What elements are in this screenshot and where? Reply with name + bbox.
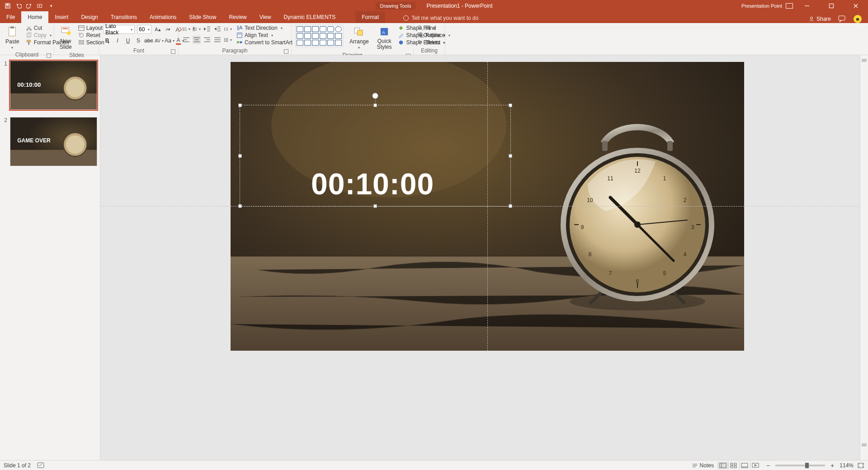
shape-roundrect-icon[interactable] <box>327 26 334 32</box>
zoom-slider-thumb[interactable] <box>805 463 809 468</box>
quick-styles-button[interactable]: A Quick Styles <box>375 25 394 51</box>
line-spacing-button[interactable] <box>224 25 232 33</box>
bullets-button[interactable] <box>182 25 190 33</box>
shape-line-icon[interactable] <box>297 26 303 32</box>
increase-font-icon[interactable]: A▴ <box>154 25 162 33</box>
slideshow-view-button[interactable] <box>750 462 761 469</box>
zoom-in-button[interactable]: + <box>829 462 836 469</box>
decrease-font-icon[interactable]: A▾ <box>164 25 172 33</box>
resize-handle-nw[interactable] <box>238 103 242 107</box>
columns-button[interactable] <box>224 36 232 44</box>
slide-sorter-view-button[interactable] <box>728 462 739 469</box>
shape-hex-icon[interactable] <box>327 33 334 39</box>
fit-to-window-button[interactable] <box>857 462 864 469</box>
slide-thumb-1[interactable]: 00:10:00 <box>10 61 97 110</box>
notes-button[interactable]: Notes <box>692 462 714 469</box>
resize-handle-se[interactable] <box>509 204 512 208</box>
normal-view-button[interactable] <box>717 462 728 469</box>
find-button[interactable]: Find <box>417 25 436 31</box>
spellcheck-icon[interactable] <box>37 462 44 469</box>
paragraph-dialog-launcher[interactable] <box>284 49 288 54</box>
tab-transitions[interactable]: Transitions <box>104 11 143 23</box>
zoom-level[interactable]: 114% <box>840 462 854 469</box>
justify-button[interactable] <box>213 36 222 44</box>
close-button[interactable] <box>845 0 866 11</box>
shape-arrow-icon[interactable] <box>312 33 319 39</box>
shape-line-arrow-icon[interactable] <box>304 26 311 32</box>
shape-star-icon[interactable] <box>327 40 334 46</box>
tab-file[interactable]: File <box>0 11 21 23</box>
slide-editor[interactable]: 1212 345 678 91011 <box>100 55 868 460</box>
font-name-combo[interactable]: Lato Black▾ <box>103 25 135 34</box>
font-dialog-launcher[interactable] <box>171 49 175 54</box>
align-left-button[interactable] <box>182 36 190 44</box>
shape-brace-l-icon[interactable] <box>312 40 319 46</box>
increase-indent-button[interactable] <box>213 25 222 33</box>
comments-icon[interactable] <box>838 15 846 23</box>
tab-animations[interactable]: Animations <box>143 11 183 23</box>
zoom-slider[interactable] <box>775 465 825 466</box>
shape-freeform-icon[interactable] <box>304 40 311 46</box>
resize-handle-ne[interactable] <box>509 103 512 107</box>
save-icon[interactable] <box>5 3 11 9</box>
tab-design[interactable]: Design <box>75 11 104 23</box>
undo-icon[interactable] <box>15 3 22 9</box>
share-button[interactable]: Share <box>808 16 831 22</box>
start-from-beginning-icon[interactable] <box>37 3 43 9</box>
user-avatar[interactable]: ☻ <box>854 15 862 23</box>
text-direction-button[interactable]: ||AText Direction <box>236 25 297 31</box>
shape-connector-icon[interactable] <box>312 26 319 32</box>
resize-handle-w[interactable] <box>238 154 242 158</box>
shadow-button[interactable]: S <box>134 37 142 45</box>
strikethrough-button[interactable]: abc <box>145 37 153 45</box>
scroll-up-icon[interactable] <box>862 59 867 62</box>
account-label[interactable]: Presentation Point <box>741 3 782 9</box>
tab-home[interactable]: Home <box>21 11 48 23</box>
convert-smartart-button[interactable]: Convert to SmartArt <box>236 39 297 46</box>
select-button[interactable]: Select <box>417 39 445 46</box>
shape-more-icon[interactable] <box>335 40 342 46</box>
tab-insert[interactable]: Insert <box>48 11 75 23</box>
decrease-indent-button[interactable] <box>203 25 211 33</box>
reading-view-button[interactable] <box>739 462 750 469</box>
ribbon-display-options-icon[interactable] <box>786 3 793 9</box>
shape-rtriangle-icon[interactable] <box>304 33 311 39</box>
resize-handle-s[interactable] <box>373 204 377 208</box>
align-center-button[interactable] <box>193 36 201 44</box>
maximize-button[interactable] <box>821 0 842 11</box>
change-case-button[interactable]: Aa <box>165 37 174 45</box>
align-right-button[interactable] <box>203 36 211 44</box>
italic-button[interactable]: I <box>113 37 122 45</box>
slide-thumbnails-pane[interactable]: 1 00:10:00 2 <box>0 55 100 460</box>
zoom-out-button[interactable]: − <box>764 462 772 469</box>
minimize-button[interactable] <box>797 0 817 11</box>
tab-format[interactable]: Format <box>355 11 385 23</box>
shape-pent-icon[interactable] <box>335 33 342 39</box>
slide-text[interactable]: 00:10:00 <box>311 167 434 201</box>
numbering-button[interactable]: 123 <box>193 25 201 33</box>
arrange-button[interactable]: Arrange▾ <box>348 25 371 51</box>
rotate-handle[interactable] <box>372 93 378 99</box>
align-text-button[interactable]: Align Text <box>236 32 297 38</box>
shape-rect-icon[interactable] <box>320 26 326 32</box>
bold-button[interactable]: B <box>103 37 111 45</box>
qat-customize-icon[interactable]: ▾ <box>48 3 54 9</box>
resize-handle-n[interactable] <box>373 103 377 107</box>
paste-button[interactable]: Paste ▾ <box>4 25 21 51</box>
scroll-down-icon[interactable] <box>862 443 867 446</box>
redo-icon[interactable] <box>26 3 33 9</box>
char-spacing-button[interactable]: AV <box>155 37 163 45</box>
tab-review[interactable]: Review <box>222 11 253 23</box>
shape-brace-r-icon[interactable] <box>320 40 326 46</box>
slide-thumb-2[interactable]: GAME OVER <box>10 117 97 166</box>
shape-darrow-icon[interactable] <box>320 33 326 39</box>
resize-handle-sw[interactable] <box>238 204 242 208</box>
tab-view[interactable]: View <box>253 11 278 23</box>
shapes-gallery[interactable] <box>295 25 343 47</box>
shape-curve-icon[interactable] <box>297 40 303 46</box>
tab-slideshow[interactable]: Slide Show <box>183 11 222 23</box>
slide-canvas[interactable]: 1212 345 678 91011 <box>231 62 744 351</box>
tab-dynamic-elements[interactable]: Dynamic ELEMENTS <box>278 11 342 23</box>
tell-me-search[interactable]: Tell me what you want to do <box>399 13 483 23</box>
new-slide-button[interactable]: New Slide <box>58 25 74 51</box>
